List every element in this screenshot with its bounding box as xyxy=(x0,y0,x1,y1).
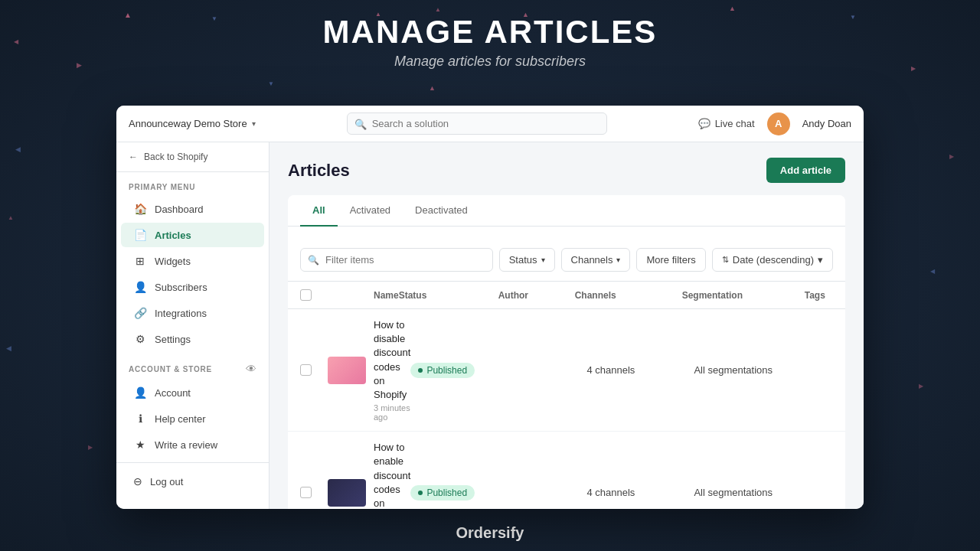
more-filters-label: More filters xyxy=(646,254,695,266)
articles-table: How to disable discount codes on Shopify… xyxy=(288,309,845,509)
tabs-bar: All Activated Deactivated xyxy=(288,195,845,227)
top-bar: Announceway Demo Store ▾ 🔍 💬 Live chat A… xyxy=(116,106,864,142)
th-name: Name xyxy=(374,290,399,301)
status-badge-1: Published xyxy=(410,485,475,500)
article-status-0: Published xyxy=(410,362,510,378)
article-info-1: How to enable discount codes on Shopify … xyxy=(374,441,410,509)
page-header: MANAGE ARTICLES Manage articles for subs… xyxy=(0,14,980,70)
content-area: Articles Add article All Activated Deact… xyxy=(270,142,864,509)
back-to-shopify-link[interactable]: ← Back to Shopify xyxy=(116,142,269,172)
write-review-label: Write a review xyxy=(155,439,217,451)
table-header: Name Status Author Channels Segmentation… xyxy=(288,282,845,309)
articles-label: Articles xyxy=(155,230,191,241)
sort-button[interactable]: ⇅ Date (descending) ▾ xyxy=(712,248,833,272)
live-chat-button[interactable]: 💬 Live chat xyxy=(698,118,755,129)
sidebar-item-widgets[interactable]: ⊞ Widgets xyxy=(121,249,264,273)
account-icon: 👤 xyxy=(133,386,147,399)
account-label: Account xyxy=(155,387,191,399)
sort-chevron-icon: ▾ xyxy=(818,254,823,266)
app-window: Announceway Demo Store ▾ 🔍 💬 Live chat A… xyxy=(116,106,864,509)
article-time-0: 3 minutes ago xyxy=(374,403,410,422)
star-icon: ★ xyxy=(133,439,147,451)
filter-search-icon: 🔍 xyxy=(308,255,319,266)
settings-label: Settings xyxy=(155,334,191,345)
article-name-1: How to enable discount codes on Shopify xyxy=(374,441,410,509)
sort-label: Date (descending) xyxy=(733,254,814,266)
content-header: Articles Add article xyxy=(288,158,845,183)
filter-input[interactable] xyxy=(300,248,493,272)
article-segmentation-0: All segmentations xyxy=(694,364,816,376)
content-title: Articles xyxy=(288,161,350,181)
article-name-0: How to disable discount codes on Shopify xyxy=(374,318,410,402)
th-author: Author xyxy=(498,290,575,301)
status-chevron-icon: ▾ xyxy=(541,256,545,264)
account-section-label: ACCOUNT & STORE xyxy=(129,365,212,373)
sidebar-item-settings[interactable]: ⚙ Settings xyxy=(121,327,264,351)
page-footer: Ordersify xyxy=(0,524,980,542)
integrations-icon: 🔗 xyxy=(133,307,147,319)
article-segmentation-1: All segmentations xyxy=(694,487,816,498)
sort-icon: ⇅ xyxy=(722,255,729,265)
row-checkbox-wrap-1[interactable] xyxy=(300,487,328,498)
table-row: How to enable discount codes on Shopify … xyxy=(288,432,845,509)
channels-filter-button[interactable]: Channels ▾ xyxy=(561,248,631,272)
sidebar-item-integrations[interactable]: 🔗 Integrations xyxy=(121,301,264,325)
add-article-button[interactable]: Add article xyxy=(766,158,845,183)
filters-row: 🔍 Status ▾ Channels ▾ More filters xyxy=(288,239,845,282)
live-chat-label: Live chat xyxy=(715,118,755,129)
visibility-toggle-icon[interactable]: 👁 xyxy=(246,363,256,375)
sidebar-item-articles[interactable]: 📄 Articles xyxy=(121,223,264,247)
search-bar: 🔍 xyxy=(347,112,607,135)
sidebar-item-write-review[interactable]: ★ Write a review xyxy=(121,432,264,457)
sidebar-item-subscribers[interactable]: 👤 Subscribers xyxy=(121,275,264,299)
sidebar-item-help-center[interactable]: ℹ Help center xyxy=(121,406,264,431)
channels-filter-label: Channels xyxy=(571,254,613,266)
help-center-label: Help center xyxy=(155,413,205,425)
tab-deactivated[interactable]: Deactivated xyxy=(403,195,480,227)
widgets-label: Widgets xyxy=(155,256,191,267)
select-all-checkbox-wrap[interactable] xyxy=(300,289,328,301)
article-thumbnail-0 xyxy=(328,357,366,384)
th-channels: Channels xyxy=(575,290,682,301)
subscribers-icon: 👤 xyxy=(133,281,147,293)
primary-menu-label: PRIMARY MENU xyxy=(116,172,269,196)
more-filters-button[interactable]: More filters xyxy=(636,248,705,272)
settings-icon: ⚙ xyxy=(133,333,147,345)
tab-activated[interactable]: Activated xyxy=(338,195,403,227)
row-checkbox-wrap-0[interactable] xyxy=(300,364,328,376)
subscribers-label: Subscribers xyxy=(155,282,207,293)
articles-icon: 📄 xyxy=(133,229,147,241)
search-input[interactable] xyxy=(347,112,607,135)
user-initial: A xyxy=(775,118,782,129)
article-channels-1: 4 channels xyxy=(586,487,694,498)
sidebar-item-account[interactable]: 👤 Account xyxy=(121,380,264,405)
tab-all[interactable]: All xyxy=(300,195,338,227)
sidebar-item-dashboard[interactable]: 🏠 Dashboard xyxy=(121,197,264,221)
filter-search: 🔍 xyxy=(300,248,493,272)
channels-chevron-icon: ▾ xyxy=(616,256,620,264)
row-checkbox-1[interactable] xyxy=(300,487,312,498)
chat-icon: 💬 xyxy=(698,118,710,129)
store-name: Announceway Demo Store xyxy=(129,118,247,129)
store-selector[interactable]: Announceway Demo Store ▾ xyxy=(129,118,256,129)
help-icon: ℹ xyxy=(133,412,147,425)
page-subtitle: Manage articles for subscribers xyxy=(0,54,980,70)
sidebar-footer: ⊖ Log out xyxy=(116,462,269,500)
status-filter-button[interactable]: Status ▾ xyxy=(499,248,555,272)
articles-panel: All Activated Deactivated 🔍 xyxy=(288,195,845,509)
row-checkbox-0[interactable] xyxy=(300,364,312,376)
article-channels-0: 4 channels xyxy=(586,364,694,376)
status-dot-0 xyxy=(418,368,423,373)
article-status-1: Published xyxy=(410,484,510,500)
th-segmentation: Segmentation xyxy=(682,290,805,301)
integrations-label: Integrations xyxy=(155,308,207,319)
page-title: MANAGE ARTICLES xyxy=(0,14,980,51)
select-all-checkbox[interactable] xyxy=(300,289,312,301)
table-row: How to disable discount codes on Shopify… xyxy=(288,309,845,432)
user-name: Andy Doan xyxy=(802,118,851,129)
article-thumbnail-1 xyxy=(328,479,366,507)
user-avatar: A xyxy=(767,112,790,135)
store-dropdown-icon: ▾ xyxy=(252,119,256,128)
sidebar: ← Back to Shopify PRIMARY MENU 🏠 Dashboa… xyxy=(116,142,270,509)
logout-button[interactable]: ⊖ Log out xyxy=(121,469,264,494)
